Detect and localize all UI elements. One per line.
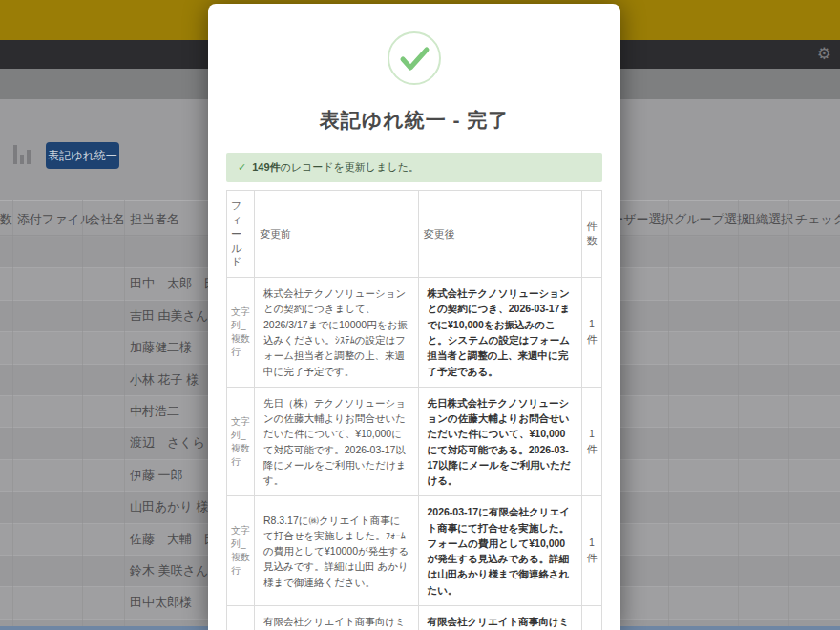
before-cell: 株式会社テクノソリューションとの契約につきまして、2026/3/17までに100… [255, 278, 419, 388]
field-cell: 文字列_複数行 [227, 387, 255, 496]
column-header-company: 会社名 [88, 211, 125, 228]
field-cell: 文字列_複数行 [227, 496, 255, 606]
before-cell: R8.3.17に㈱クリエイト商事にて打合せを実施しました。ﾌｫｰﾑの費用として¥… [255, 496, 419, 606]
contact-name-cell: 小林 花子 様 [130, 365, 199, 395]
change-row: 文字列_複数行 R8.3.17に㈱クリエイト商事にて打合せを実施しました。ﾌｫｰ… [227, 496, 602, 606]
contact-name-cell: 鈴木 美咲さん [130, 556, 208, 586]
grid-line [788, 200, 789, 630]
contact-name-cell: 吉田 由美さん [130, 301, 208, 331]
grid-line [82, 200, 83, 630]
after-cell: 有限会社クリエイト商事向けミーティングの月額費用は¥10,000となる。伊藤一郎… [418, 606, 582, 630]
success-banner: ✓149件のレコードを更新しました。 [226, 153, 602, 182]
grid-line [668, 200, 669, 630]
grid-line [738, 200, 739, 630]
after-cell: 株式会社テクノソリューションとの契約につき、2026-03-17までに¥10,0… [418, 278, 582, 388]
field-cell: 文字列_複数行 [227, 606, 255, 630]
after-cell: 先日株式会社テクノソリューションの佐藤大輔よりお問合せいただいた件について、¥1… [418, 387, 582, 496]
column-header-org-select: 組織選択 [744, 211, 793, 228]
column-header: 数 [0, 211, 12, 228]
after-cell: 2026-03-17に有限会社クリエイト商事にて打合せを実施した。フォームの費用… [418, 496, 582, 606]
updated-message: のレコードを更新しました。 [281, 161, 419, 173]
field-column-header: フィールド [227, 191, 255, 278]
updated-count: 149件 [252, 161, 280, 173]
success-check-icon [387, 31, 442, 86]
bar-chart-icon [20, 155, 24, 164]
changes-table: フィールド 変更前 変更後 件数 文字列_複数行 株式会社テクノソリューションと… [226, 190, 602, 630]
chart-icon-button[interactable] [11, 140, 36, 167]
change-row: 文字列_複数行 先日（株）テクノソリューションの佐藤大輔よりお問合せいただいた件… [227, 387, 602, 496]
before-cell: 有限会社クリエイト商事向けミーティングの月額費用は１万円となります。伊藤一郎様よ… [255, 606, 419, 630]
contact-name-cell: 伊藤 一郎 [130, 460, 183, 491]
count-cell: 1件 [582, 496, 602, 606]
before-cell: 先日（株）テクノソリューションの佐藤大輔よりお問合せいただいた件について、¥10… [255, 387, 419, 496]
dialog-title: 表記ゆれ統一 - 完了 [208, 107, 620, 134]
column-header-contact: 担当者名 [130, 211, 179, 228]
bar-chart-icon [27, 150, 31, 164]
count-cell: 1件 [582, 387, 602, 496]
contact-name-cell: 中村浩二 [130, 396, 179, 427]
change-row: 文字列_複数行 株式会社テクノソリューションとの契約につきまして、2026/3/… [227, 278, 602, 388]
contact-name-cell: 山田あかり 様 [130, 492, 209, 522]
after-column-header: 変更後 [418, 191, 582, 278]
contact-name-cell: 佐藤 大輔 氏 [130, 524, 217, 555]
field-cell: 文字列_複数行 [227, 278, 255, 388]
count-column-header: 件数 [582, 191, 602, 278]
count-cell: 1件 [582, 606, 602, 630]
contact-name-cell: 田中 太郎 氏 [130, 268, 217, 299]
changes-table-header-row: フィールド 変更前 変更後 件数 [227, 191, 602, 278]
before-column-header: 変更前 [255, 191, 419, 278]
column-header-checkbox: チェックボックス [795, 211, 840, 228]
grid-line [124, 200, 125, 630]
gear-icon[interactable]: ⚙ [817, 44, 831, 65]
change-row: 文字列_複数行 有限会社クリエイト商事向けミーティングの月額費用は１万円となりま… [227, 606, 602, 630]
bar-chart-icon [13, 145, 17, 164]
contact-name-cell: 田中太郎様 [130, 587, 192, 618]
contact-name-cell: 渡辺 さくら [130, 428, 205, 458]
count-cell: 1件 [582, 278, 602, 388]
grid-line [12, 200, 13, 630]
check-icon: ✓ [238, 161, 246, 173]
unify-button[interactable]: 表記ゆれ統一 [46, 142, 119, 169]
contact-name-cell: 加藤健二様 [130, 332, 192, 363]
completion-dialog: 表記ゆれ統一 - 完了 ✓149件のレコードを更新しました。 フィールド 変更前… [208, 4, 620, 630]
